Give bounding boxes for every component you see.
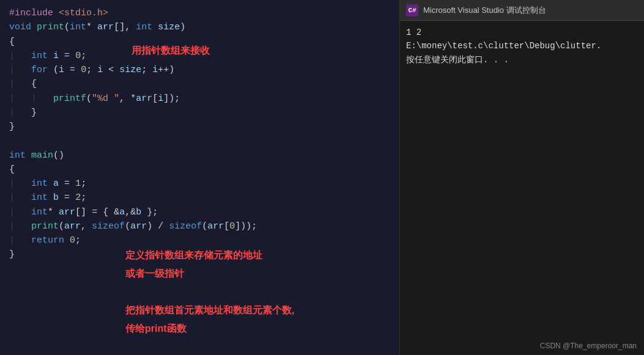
code-line-13: | int a = 1; [9,177,388,191]
code-line-15: | int* arr[] = { &a,&b }; [9,205,388,219]
code-line-14: | int b = 2; [9,191,388,205]
code-line-16: | print(arr, sizeof(arr) / sizeof(arr[0]… [9,219,388,233]
console-panel: C# Microsoft Visual Studio 调试控制台 1 2 E:\… [399,0,644,355]
code-editor: #include <stdio.h> void print(int* arr[]… [0,0,398,355]
code-line-8: | } [9,106,388,120]
code-line-6: | { [9,77,388,91]
callout-first-level-pointer: 或者一级指针 [125,268,184,280]
code-line-7: | | printf("%d ", *arr[i]); [9,92,388,106]
code-line-17: | return 0; [9,233,388,247]
console-line-2: E:\money\test.c\clutter\Debug\clutter. [406,39,638,53]
callout-define-pointer-array: 定义指针数组来存储元素的地址 [125,249,262,262]
code-line-9: } [9,120,388,134]
code-line-12: { [9,163,388,177]
code-line-2: void print(int* arr[], int size) [9,20,388,34]
code-line-11: int main() [9,148,388,163]
console-line-3: 按任意键关闭此窗口. . . [406,53,638,67]
console-titlebar: C# Microsoft Visual Studio 调试控制台 [400,0,644,21]
console-title: Microsoft Visual Studio 调试控制台 [423,5,546,16]
footer-credit: CSDN @The_emperoor_man [540,342,637,350]
console-line-1: 1 2 [406,26,638,39]
callout-pass-array-info: 把指针数组首元素地址和数组元素个数, [125,304,294,317]
vs-icon: C# [406,4,418,16]
code-line-1: #include <stdio.h> [9,6,388,20]
callout-pointer-array-receive: 用指针数组来接收 [131,45,210,57]
callout-pass-array-info2: 传给print函数 [125,323,187,335]
code-line-5: | for (i = 0; i < size; i++) [9,63,388,77]
console-output: 1 2 E:\money\test.c\clutter\Debug\clutte… [400,21,644,71]
code-line-10 [9,134,388,148]
